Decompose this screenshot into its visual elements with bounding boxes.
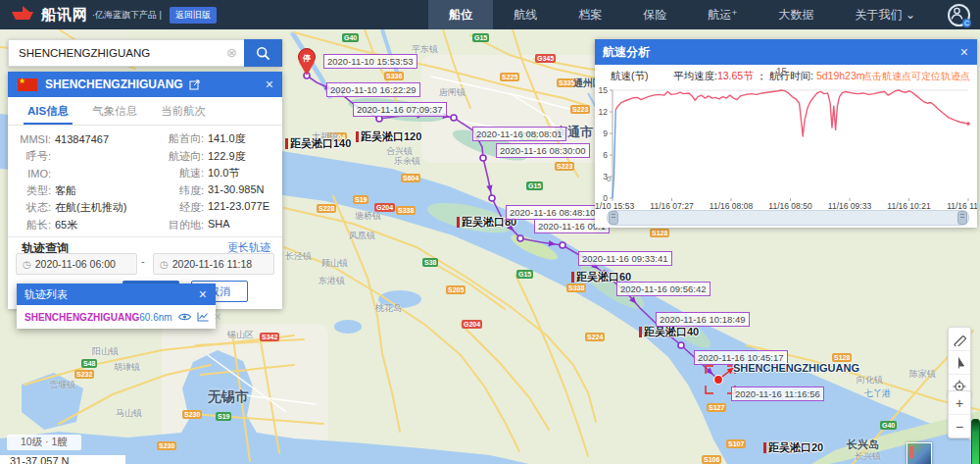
info-row-4: 状态:在航(主机推动)经度:121-23.077E bbox=[8, 199, 282, 217]
y-tick-label: 12 bbox=[599, 107, 609, 117]
clock-icon: ◷ bbox=[160, 259, 169, 270]
visibility-eye-icon[interactable] bbox=[178, 312, 191, 322]
navigation-mark-button[interactable] bbox=[949, 351, 970, 375]
track-list-title: 轨迹列表 bbox=[24, 287, 68, 302]
ship-panel-title: SHENCHENGZHIGUANG bbox=[45, 77, 183, 91]
track-list-header: 轨迹列表 × bbox=[17, 284, 216, 305]
info-row-1: 呼号:航迹向:122.9度 bbox=[8, 148, 282, 166]
ais-info-table: MMSI:413847467船首向:141.0度呼号:航迹向:122.9度IMO… bbox=[8, 130, 282, 233]
y-tick-label: 6 bbox=[603, 150, 608, 160]
nav-item-3[interactable]: 保险 bbox=[622, 0, 687, 29]
info-label: MMSI: bbox=[8, 133, 51, 145]
logo[interactable]: 船讯网 ·亿海蓝旗下产品 | 返回旧版 bbox=[10, 6, 217, 25]
info-label: 呼号: bbox=[8, 149, 51, 164]
chart-hint: 点击航速点可定位轨迹点 bbox=[862, 70, 970, 83]
tab-2[interactable]: 当前航次 bbox=[157, 97, 210, 125]
close-icon[interactable]: × bbox=[960, 44, 968, 60]
nav-item-1[interactable]: 航线 bbox=[493, 0, 558, 29]
info-row-5: 船长:65米目的地:SHA bbox=[8, 217, 282, 234]
info-cell: MMSI:413847467 bbox=[8, 133, 155, 145]
info-value: 413847467 bbox=[55, 133, 109, 145]
zoom-controls: + − bbox=[948, 390, 971, 438]
date-from-input[interactable]: ◷ 2020-11-06 06:00 bbox=[16, 253, 137, 275]
info-cell: 航迹向:122.9度 bbox=[155, 149, 246, 164]
remove-track-icon[interactable]: × bbox=[215, 310, 221, 324]
ship-info-panel: ★ SHENCHENGZHIGUANG × AIS信息气象信息当前航次 MMSI… bbox=[8, 72, 282, 309]
hover-value-label: 15 bbox=[776, 67, 787, 77]
y-tick-label: 15 bbox=[599, 85, 609, 95]
person-icon bbox=[950, 6, 964, 21]
divider bbox=[8, 236, 282, 237]
speed-panel-title: 航速分析 bbox=[603, 44, 650, 61]
info-label: 类型: bbox=[8, 183, 51, 198]
nav-menu: 船位航线档案保险航运⁺大数据关于我们 ⌄ bbox=[428, 0, 936, 29]
info-label: 船长: bbox=[8, 218, 51, 232]
top-nav-bar: 船讯网 ·亿海蓝旗下产品 | 返回旧版 船位航线档案保险航运⁺大数据关于我们 ⌄… bbox=[0, 0, 980, 29]
info-cell: 经度:121-23.077E bbox=[155, 200, 270, 215]
old-version-button[interactable]: 返回旧版 bbox=[170, 7, 217, 24]
date-to-input[interactable]: ◷ 2020-11-16 11:18 bbox=[153, 253, 274, 275]
speed-chart-icon[interactable] bbox=[197, 312, 209, 322]
minimap-thumbnail[interactable] bbox=[906, 442, 932, 464]
nav-item-6[interactable]: 关于我们 ⌄ bbox=[835, 0, 936, 29]
avg-speed-value: 13.65节 bbox=[717, 70, 754, 81]
info-value: 10.0节 bbox=[208, 166, 239, 180]
speed-chart[interactable]: 0369121511/10 15:5311/16 07:2711/16 08:0… bbox=[595, 84, 977, 212]
ship-logo-icon bbox=[10, 6, 35, 24]
info-label: 航速: bbox=[155, 166, 204, 180]
info-cell: 呼号: bbox=[8, 149, 155, 164]
flag-star: ★ bbox=[19, 77, 25, 85]
speed-analysis-panel: 航速分析 × 航速(节) 平均速度:13.65节 ； 航行时间: 5d19h23… bbox=[595, 39, 977, 228]
close-icon[interactable]: × bbox=[199, 286, 207, 302]
info-value: 121-23.077E bbox=[208, 200, 270, 215]
zoom-in-button[interactable]: + bbox=[949, 391, 970, 415]
map-tools-group bbox=[948, 327, 971, 398]
user-avatar[interactable]: C bbox=[948, 4, 970, 26]
measure-distance-button[interactable] bbox=[949, 328, 970, 351]
nav-item-4[interactable]: 航运⁺ bbox=[687, 0, 758, 29]
avg-speed-label: 平均速度: bbox=[673, 70, 717, 81]
tab-0[interactable]: AIS信息 bbox=[24, 97, 73, 125]
info-value: SHA bbox=[208, 218, 230, 232]
duration-value: 5d19h23m bbox=[816, 70, 865, 81]
info-label: 目的地: bbox=[155, 218, 204, 232]
track-ship-name: SHENCHENGZHIGUANG bbox=[24, 312, 139, 323]
tab-1[interactable]: 气象信息 bbox=[88, 97, 141, 125]
chart-range-scrollbar[interactable] bbox=[607, 210, 969, 226]
info-cell: 纬度:31-30.985N bbox=[155, 183, 265, 198]
scrollbar-right-handle[interactable] bbox=[957, 211, 967, 225]
close-icon[interactable]: × bbox=[266, 77, 273, 92]
search-input[interactable] bbox=[8, 39, 244, 67]
scrollbar-left-handle[interactable] bbox=[609, 211, 618, 225]
info-cell: 类型:客船 bbox=[8, 183, 155, 198]
info-label: 船首向: bbox=[155, 131, 204, 146]
ship-panel-header: ★ SHENCHENGZHIGUANG × bbox=[8, 72, 282, 97]
date-range-dash: - bbox=[141, 255, 145, 267]
sail-icon bbox=[953, 356, 966, 370]
nav-item-0[interactable]: 船位 bbox=[428, 0, 493, 29]
clear-search-icon[interactable]: ⊗ bbox=[226, 46, 237, 59]
speed-line-end-dot bbox=[966, 122, 970, 126]
nav-item-2[interactable]: 档案 bbox=[558, 0, 622, 29]
y-tick-label: 9 bbox=[603, 129, 608, 138]
ruler-icon bbox=[953, 333, 966, 346]
y-axis-title: 航速(节) bbox=[611, 70, 649, 83]
zoom-out-button[interactable]: − bbox=[949, 415, 970, 438]
date-from-value: 2020-11-06 06:00 bbox=[35, 258, 116, 270]
info-label: 航迹向: bbox=[155, 149, 204, 164]
info-cell: 船长:65米 bbox=[8, 218, 155, 232]
info-cell: IMO: bbox=[8, 168, 155, 180]
info-value: 在航(主机推动) bbox=[55, 200, 126, 215]
info-row-2: IMO:航速:10.0节 bbox=[8, 165, 282, 182]
info-row-0: MMSI:413847467船首向:141.0度 bbox=[8, 130, 282, 148]
nav-item-5[interactable]: 大数据 bbox=[759, 0, 835, 29]
info-value: 65米 bbox=[55, 218, 77, 232]
speed-line bbox=[615, 90, 968, 136]
map-zoom-slider[interactable] bbox=[971, 419, 980, 464]
open-detail-icon[interactable] bbox=[189, 79, 200, 90]
search-button[interactable] bbox=[244, 39, 282, 67]
clock-icon: ◷ bbox=[23, 259, 31, 270]
info-label: 经度: bbox=[155, 200, 204, 215]
search-icon bbox=[256, 46, 270, 61]
speed-stats: 平均速度:13.65节 ； 航行时间: 5d19h23m bbox=[673, 70, 865, 83]
